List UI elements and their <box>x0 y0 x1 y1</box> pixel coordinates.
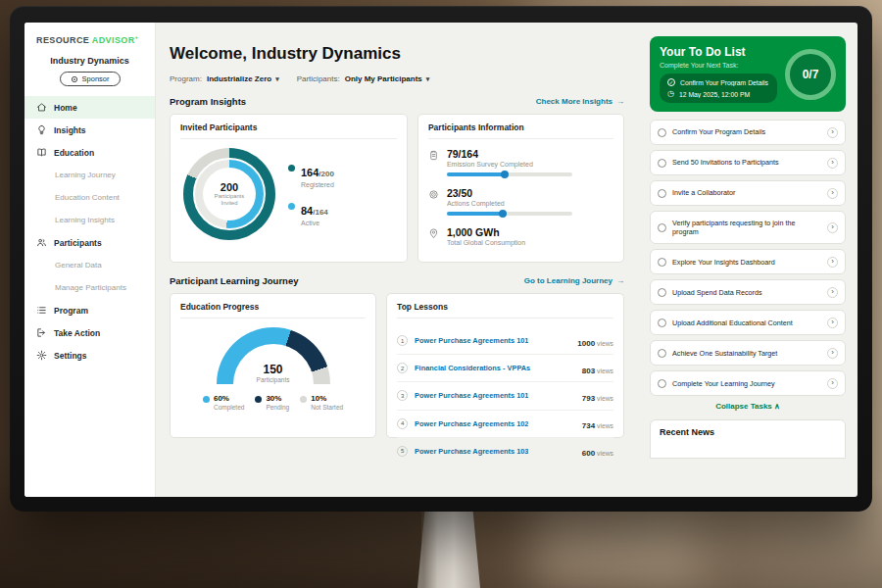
legend-dot <box>203 396 210 403</box>
target-icon <box>428 189 439 200</box>
chevron-right-icon[interactable]: › <box>827 188 838 199</box>
next-task-label: Confirm Your Program Details <box>680 79 768 86</box>
task-checkbox[interactable] <box>658 128 666 137</box>
section-title: Participant Learning Journey <box>170 275 298 286</box>
arrow-right-icon: → <box>616 276 624 285</box>
lesson-rank: 4 <box>397 418 408 429</box>
invited-participants-card: Invited Participants 200 Participants In… <box>170 114 408 263</box>
sidebar-item-insights[interactable]: Insights <box>24 119 155 141</box>
chevron-right-icon[interactable]: › <box>827 378 838 389</box>
task-checkbox[interactable] <box>658 159 666 168</box>
task-row[interactable]: Explore Your Insights Dashboard › <box>650 249 846 274</box>
take-action-icon <box>36 327 47 338</box>
chevron-right-icon[interactable]: › <box>827 287 838 298</box>
sidebar-item-settings[interactable]: Settings <box>24 344 155 367</box>
participants-filter-dropdown[interactable]: Only My Participants ▾ <box>345 74 430 83</box>
list-icon <box>36 305 47 316</box>
sidebar-item-learning-insights[interactable]: Learning Insights <box>24 209 155 231</box>
task-row[interactable]: Complete Your Learning Journey › <box>650 370 846 396</box>
task-checkbox[interactable] <box>658 258 666 267</box>
legend-suffix: /200 <box>318 170 334 178</box>
sidebar-item-education-content[interactable]: Education Content <box>24 186 155 209</box>
sponsor-badge: Sponsor <box>60 72 121 86</box>
lesson-rank: 5 <box>397 446 408 457</box>
views-unit: views <box>595 395 613 402</box>
sidebar-item-label: Home <box>54 103 77 113</box>
lesson-link[interactable]: Power Purchase Agreements 102 <box>415 419 528 428</box>
stat-emission-survey: 79/164 Emission Survey Completed <box>428 148 613 176</box>
lesson-rank: 3 <box>397 390 408 401</box>
task-checkbox[interactable] <box>658 189 666 198</box>
task-row[interactable]: Upload Additional Educational Content › <box>650 310 846 335</box>
task-label: Achieve One Sustainability Target <box>672 349 821 359</box>
legend-dot <box>288 165 295 172</box>
invited-donut-chart: 200 Participants Invited <box>183 148 275 240</box>
lesson-views: 600 views <box>582 442 613 460</box>
sidebar-item-label: Learning Journey <box>55 171 116 179</box>
chevron-right-icon[interactable]: › <box>827 318 838 328</box>
participants-filter-value: Only My Participants <box>345 74 422 83</box>
sidebar-item-home[interactable]: Home <box>24 96 155 119</box>
chevron-right-icon[interactable]: › <box>827 127 838 138</box>
brand-secondary: ADVISOR+ <box>92 35 139 45</box>
task-checkbox[interactable] <box>658 288 666 297</box>
legend-item-pending: 30% Pending <box>255 394 289 411</box>
sidebar-item-label: Learning Insights <box>55 216 115 224</box>
views-unit: views <box>595 368 613 374</box>
task-label: Send 50 Invitations to Participants <box>672 158 821 168</box>
sidebar-item-general-data[interactable]: General Data <box>24 254 155 276</box>
go-to-learning-journey-link[interactable]: Go to Learning Journey → <box>524 276 624 285</box>
lesson-views: 734 views <box>582 415 613 432</box>
sidebar-item-label: Education <box>54 148 94 158</box>
lesson-link[interactable]: Power Purchase Agreements 103 <box>415 447 528 456</box>
program-filter-dropdown[interactable]: Industrialize Zero ▾ <box>207 74 279 83</box>
legend-item-registered: 164/200 Registered <box>288 163 334 188</box>
legend-pct: 60% <box>214 394 244 403</box>
gauge-legend: 60% Completed 30% Pending <box>203 394 343 411</box>
stat-actions-completed: 23/50 Actions Completed <box>428 187 613 216</box>
education-progress-card: Education Progress 150 Participants <box>170 293 376 438</box>
check-icon: ✓ <box>667 78 675 86</box>
todo-panel: Your To Do List Complete Your Next Task:… <box>638 23 858 497</box>
brand-secondary-text: ADVISOR <box>92 35 135 45</box>
task-checkbox[interactable] <box>658 379 666 388</box>
sidebar-item-take-action[interactable]: Take Action <box>24 321 155 344</box>
task-checkbox[interactable] <box>658 223 666 232</box>
legend-label: Completed <box>214 404 244 411</box>
task-row[interactable]: Achieve One Sustainability Target › <box>650 340 846 366</box>
sponsor-icon <box>71 75 78 83</box>
task-label: Explore Your Insights Dashboard <box>672 258 821 268</box>
lesson-link[interactable]: Power Purchase Agreements 101 <box>415 391 528 400</box>
task-checkbox[interactable] <box>658 318 666 327</box>
lesson-link[interactable]: Financial Considerations - VPPAs <box>415 364 530 372</box>
chevron-right-icon[interactable]: › <box>827 348 838 359</box>
sidebar-item-learning-journey[interactable]: Learning Journey <box>24 164 155 186</box>
legend-dot <box>300 396 307 403</box>
gauge-center-value: 150 <box>217 363 330 376</box>
monitor-bezel: RESOURCE ADVISOR+ Industry Dynamics Spon… <box>10 6 872 512</box>
task-row[interactable]: Confirm Your Program Details › <box>650 120 846 145</box>
check-more-insights-link[interactable]: Check More Insights → <box>536 97 624 106</box>
task-row[interactable]: Send 50 Invitations to Participants › <box>650 150 846 175</box>
legend-item-not-started: 10% Not Started <box>300 394 343 411</box>
task-row[interactable]: Invite a Collaborator › <box>650 180 846 206</box>
sidebar-item-label: Insights <box>54 125 86 135</box>
stat-value: 23/50 <box>447 187 572 199</box>
task-row[interactable]: Verify participants requesting to join t… <box>650 211 846 244</box>
lesson-rank: 1 <box>397 335 408 346</box>
sidebar-item-participants[interactable]: Participants <box>24 231 155 254</box>
chevron-right-icon[interactable]: › <box>827 222 838 233</box>
task-row[interactable]: Upload Spend Data Records › <box>650 279 846 305</box>
task-checkbox[interactable] <box>658 349 666 358</box>
collapse-tasks-link[interactable]: Collapse Tasks ∧ <box>650 402 846 411</box>
filter-bar: Program: Industrialize Zero ▾ Participan… <box>170 74 624 83</box>
chevron-right-icon[interactable]: › <box>827 257 838 268</box>
chevron-right-icon[interactable]: › <box>827 158 838 169</box>
sidebar-item-education[interactable]: Education <box>24 141 155 164</box>
sidebar-item-program[interactable]: Program <box>24 299 155 321</box>
due-date-row: ◷ 12 May 2025, 12:00 PM <box>667 90 769 98</box>
lesson-link[interactable]: Power Purchase Agreements 101 <box>415 336 528 345</box>
legend-pct: 30% <box>266 394 289 403</box>
sidebar-item-manage-participants[interactable]: Manage Participants <box>24 276 155 299</box>
sidebar-item-label: Education Content <box>55 193 120 202</box>
